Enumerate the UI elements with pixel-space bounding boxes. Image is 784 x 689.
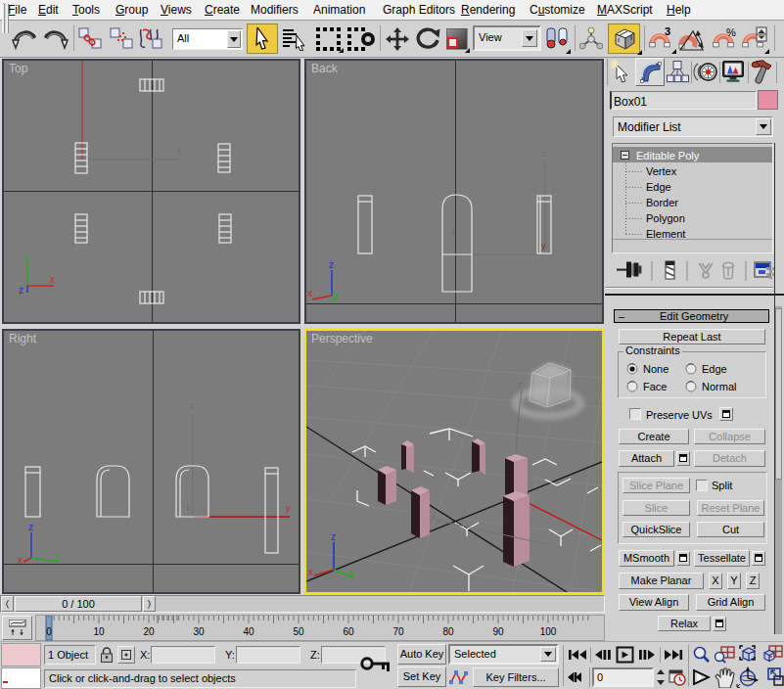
svg-text:z: z (190, 401, 195, 411)
svg-text:x: x (50, 274, 55, 285)
svg-text:z: z (19, 285, 23, 296)
svg-text:x: x (18, 555, 23, 566)
svg-text:x: x (432, 512, 437, 522)
svg-text:x: x (177, 146, 182, 156)
svg-text:z: z (518, 380, 523, 390)
svg-text:y: y (24, 253, 29, 264)
svg-text:z: z (331, 531, 336, 542)
svg-text:x: x (308, 567, 313, 577)
svg-text:y: y (349, 567, 354, 577)
svg-text:y: y (541, 241, 546, 251)
svg-text:z: z (542, 149, 547, 159)
svg-text:z: z (329, 259, 334, 270)
svg-text:y: y (286, 503, 291, 513)
svg-text:y: y (334, 289, 339, 299)
svg-text:x: x (186, 503, 191, 513)
svg-text:x: x (307, 288, 312, 299)
svg-text:z: z (28, 522, 33, 532)
svg-text:y: y (55, 551, 60, 562)
svg-text:x: x (451, 227, 456, 237)
